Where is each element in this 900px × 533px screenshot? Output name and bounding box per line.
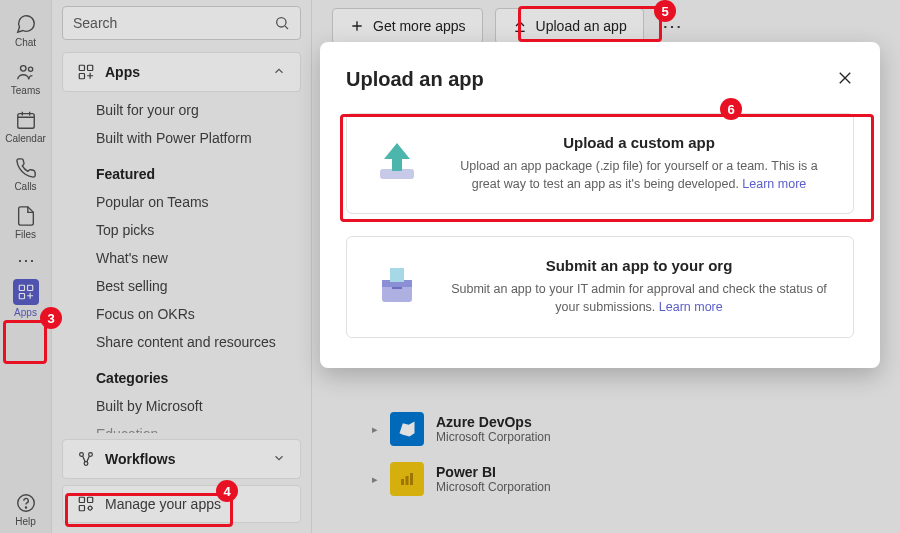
- submit-illustration: [369, 257, 425, 313]
- annotation-badge: 4: [216, 480, 238, 502]
- submit-app-org-card[interactable]: Submit an app to your org Submit an app …: [346, 236, 854, 337]
- dialog-title: Upload an app: [346, 68, 836, 91]
- upload-custom-app-card[interactable]: Upload a custom app Upload an app packag…: [346, 113, 854, 214]
- annotation-badge: 6: [720, 98, 742, 120]
- card-desc: Submit an app to your IT admin for appro…: [447, 280, 831, 316]
- learn-more-link[interactable]: Learn more: [742, 177, 806, 191]
- upload-app-dialog: Upload an app Upload a custom app Upload…: [320, 42, 880, 368]
- card-title: Submit an app to your org: [447, 257, 831, 274]
- learn-more-link[interactable]: Learn more: [659, 300, 723, 314]
- upload-illustration: [369, 134, 425, 190]
- svg-rect-25: [392, 287, 402, 289]
- annotation-badge: 3: [40, 307, 62, 329]
- svg-rect-26: [390, 268, 404, 282]
- close-button[interactable]: [836, 69, 854, 91]
- card-title: Upload a custom app: [447, 134, 831, 151]
- card-desc: Upload an app package (.zip file) for yo…: [447, 157, 831, 193]
- annotation-badge: 5: [654, 0, 676, 22]
- close-icon: [836, 69, 854, 87]
